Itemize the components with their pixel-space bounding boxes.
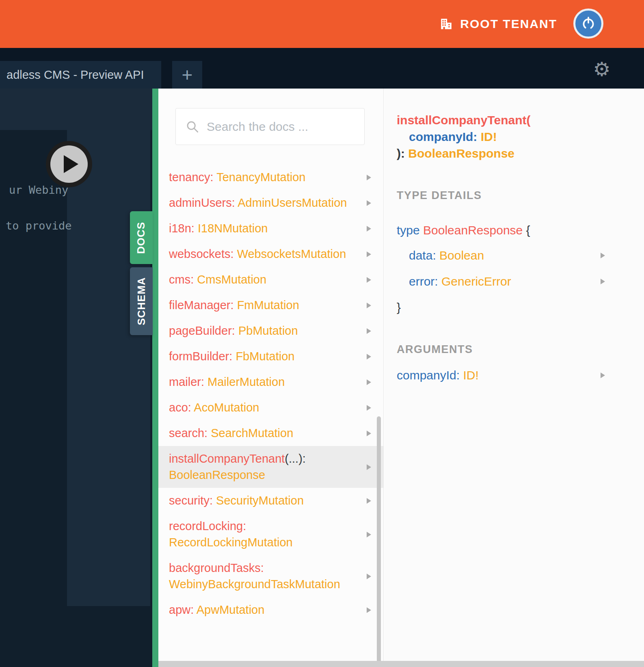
docs-field-row[interactable]: search: SearchMutation	[158, 420, 383, 446]
search-input[interactable]	[207, 120, 354, 134]
signature-arg-type: ID!	[481, 130, 497, 143]
settings-button[interactable]: ⚙	[591, 58, 612, 80]
power-icon	[581, 16, 596, 31]
docs-field-row[interactable]: apw: ApwMutation	[158, 597, 383, 623]
schema-tab[interactable]: SCHEMA	[130, 267, 153, 335]
docs-field-row[interactable]: pageBuilder: PbMutation	[158, 318, 383, 344]
docs-field-row[interactable]: recordLocking: RecordLockingMutation	[158, 513, 383, 555]
arguments-heading: ARGUMENTS	[397, 343, 644, 356]
tab-bar: adless CMS - Preview API + ⚙	[0, 48, 644, 89]
docs-field-row-selected[interactable]: installCompanyTenant(...): BooleanRespon…	[158, 446, 383, 488]
docs-field-row[interactable]: backgroundTasks: WebinyBackgroundTaskMut…	[158, 555, 383, 597]
chevron-right-icon	[367, 607, 371, 613]
chevron-right-icon	[367, 464, 371, 470]
docs-scrollbar[interactable]	[377, 416, 381, 667]
chevron-right-icon	[367, 354, 371, 359]
type-field-row[interactable]: data: Boolean	[397, 243, 644, 269]
docs-field-row[interactable]: cms: CmsMutation	[158, 267, 383, 292]
chevron-right-icon	[367, 175, 371, 180]
type-field-row[interactable]: error: GenericError	[397, 269, 644, 295]
chevron-right-icon	[367, 277, 371, 283]
tab-title: adless CMS - Preview API	[6, 68, 144, 82]
chevron-right-icon	[367, 498, 371, 504]
docs-search-area	[158, 89, 383, 165]
add-tab-button[interactable]: +	[172, 61, 202, 89]
chevron-right-icon	[367, 251, 371, 257]
docs-field-row[interactable]: aco: AcoMutation	[158, 395, 383, 420]
chevron-right-icon	[601, 253, 605, 258]
field-signature: installCompanyTenant( companyId: ID! ): …	[397, 112, 644, 162]
docs-field-row[interactable]: mailer: MailerMutation	[158, 369, 383, 395]
editor-text-line: to provide	[6, 219, 72, 232]
docs-field-row[interactable]: formBuilder: FbMutation	[158, 344, 383, 369]
horizontal-scrollbar[interactable]	[158, 661, 644, 667]
docs-tab-label: DOCS	[135, 221, 148, 253]
signature-return-type: BooleanResponse	[408, 147, 514, 160]
chevron-right-icon	[367, 328, 371, 334]
docs-field-row[interactable]: websockets: WebsocketsMutation	[158, 241, 383, 267]
type-declaration: type BooleanResponse {	[397, 222, 644, 238]
docs-panel-edge[interactable]	[152, 89, 158, 667]
docs-tab[interactable]: DOCS	[130, 211, 153, 264]
chevron-right-icon	[367, 574, 371, 579]
query-editor[interactable]: ur Webiny to provide	[0, 89, 152, 667]
tab-headless-cms-preview-api[interactable]: adless CMS - Preview API	[0, 61, 161, 89]
docs-field-list: tenancy: TenancyMutation adminUsers: Adm…	[158, 165, 383, 623]
type-fields: data: Boolean error: GenericError	[397, 243, 644, 295]
editor-text-line: ur Webiny	[9, 184, 68, 196]
workspace: ur Webiny to provide DOCS SCHEMA	[0, 89, 644, 667]
type-close-brace: }	[397, 299, 644, 316]
field-detail-panel: installCompanyTenant( companyId: ID! ): …	[384, 89, 644, 667]
schema-tab-label: SCHEMA	[135, 277, 148, 325]
chevron-right-icon	[367, 431, 371, 436]
gear-icon: ⚙	[591, 58, 612, 80]
play-icon	[64, 155, 78, 173]
logout-button[interactable]	[573, 9, 603, 39]
type-details-heading: TYPE DETAILS	[397, 189, 644, 202]
chevron-right-icon	[367, 532, 371, 537]
type-name: BooleanResponse	[423, 223, 523, 237]
editor-top-strip	[0, 89, 152, 130]
docs-panel: tenancy: TenancyMutation adminUsers: Adm…	[158, 89, 384, 667]
chevron-right-icon	[601, 372, 605, 378]
building-icon	[440, 17, 453, 30]
chevron-right-icon	[367, 405, 371, 411]
app-header: ROOT TENANT	[0, 0, 644, 48]
tenant-label: ROOT TENANT	[460, 17, 557, 31]
chevron-right-icon	[367, 226, 371, 232]
signature-field-name: installCompanyTenant(	[397, 113, 530, 127]
signature-arg-name: companyId:	[409, 130, 477, 143]
chevron-right-icon	[367, 379, 371, 385]
search-box[interactable]	[175, 108, 365, 145]
execute-query-button[interactable]	[46, 141, 92, 187]
docs-field-row[interactable]: fileManager: FmMutation	[158, 292, 383, 318]
argument-row[interactable]: companyId: ID!	[397, 362, 644, 388]
chevron-right-icon	[367, 303, 371, 308]
docs-field-row[interactable]: adminUsers: AdminUsersMutation	[158, 190, 383, 216]
search-icon	[186, 120, 199, 134]
docs-field-row[interactable]: i18n: I18NMutation	[158, 216, 383, 241]
chevron-right-icon	[601, 279, 605, 284]
docs-field-row[interactable]: tenancy: TenancyMutation	[158, 165, 383, 190]
tenant-selector[interactable]: ROOT TENANT	[440, 0, 557, 48]
chevron-right-icon	[367, 200, 371, 206]
docs-field-row[interactable]: security: SecurityMutation	[158, 488, 383, 513]
editor-code-area[interactable]	[67, 130, 150, 606]
